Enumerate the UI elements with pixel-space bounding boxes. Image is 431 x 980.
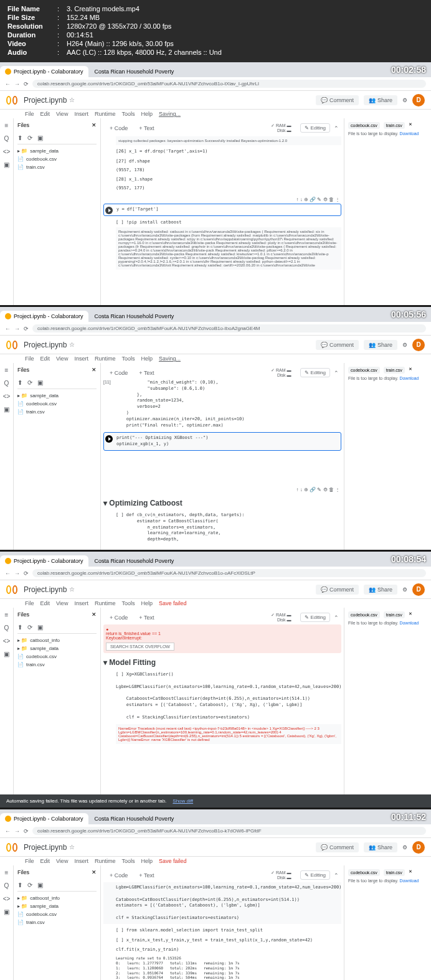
- cell-26[interactable]: [26] x_1 = df.drop('Target',axis=1): [116, 149, 341, 155]
- import-cell[interactable]: [ ] from sklearn.model_selection import …: [116, 928, 341, 934]
- code-icon[interactable]: <>: [3, 148, 11, 155]
- project-title[interactable]: Project.ipynb: [24, 96, 67, 105]
- section-catboost: ▾ Optimizing Catboost: [103, 499, 341, 507]
- nav-controls: ←→⟳: [5, 81, 29, 87]
- optimize-xgb-cell[interactable]: print("--- Optimizing XGBoost ---") opti…: [116, 435, 338, 448]
- menu-runtime[interactable]: Runtime: [95, 111, 116, 117]
- audio-value: AAC (LC) :: 128 kbps, 48000 Hz, 2 channe…: [67, 49, 222, 56]
- tree-sample-data[interactable]: ▸ 📁 sample_data: [17, 147, 97, 155]
- menu-bar: File Edit View Insert Runtime Tools Help…: [0, 110, 431, 118]
- download-link[interactable]: Download: [399, 131, 419, 136]
- save-failed-banner: Automatic saving failed. This file was u…: [0, 794, 431, 808]
- ram-disk-indicator[interactable]: ✓ RAM ▬Disk ▬: [271, 123, 291, 133]
- url-input[interactable]: colab.research.google.com/drive/1rOKGlGD…: [32, 80, 426, 88]
- save-failed-status: Save failed: [159, 600, 187, 606]
- file-info-header: File Name:3. Creating models.mp4 File Si…: [0, 0, 431, 62]
- install-output: stopping collected packages: bayesian-op…: [116, 136, 341, 145]
- share-icon: 👥: [369, 97, 376, 103]
- tab-kaggle[interactable]: Costa Rican Household Poverty: [90, 66, 179, 77]
- training-output: Learning rate set to 0.153526 0: learn: …: [116, 956, 341, 980]
- menu-view[interactable]: View: [56, 111, 68, 117]
- colab-logo: [6, 96, 19, 105]
- reload-icon[interactable]: ⟳: [24, 326, 29, 332]
- tab-colab[interactable]: Project.ipynb - Colaboratory: [0, 66, 88, 77]
- menu-help[interactable]: Help: [141, 111, 153, 117]
- upload-icon[interactable]: ⬆: [17, 134, 22, 141]
- search-icon[interactable]: Q: [4, 135, 9, 142]
- rp-tab-codebook[interactable]: codebook.csv: [348, 122, 380, 129]
- files-label: Files: [17, 122, 29, 128]
- optimizer-code[interactable]: "min_child_weight": (0,10), "subsample":…: [116, 380, 341, 428]
- comment-button[interactable]: 💬 Comment: [316, 340, 359, 350]
- file-size-value: 152.24 MB: [67, 14, 100, 21]
- fit-cell[interactable]: clf.fit(x_train,y_train): [116, 947, 341, 953]
- editing-button[interactable]: ✎Editing: [300, 123, 330, 133]
- comment-button[interactable]: 💬Comment: [316, 95, 359, 105]
- rp-tab-train[interactable]: train.csv: [384, 122, 405, 129]
- browser-tabs: Project.ipynb - Colaboratory Costa Rican…: [0, 62, 431, 77]
- forward-icon[interactable]: →: [14, 81, 20, 87]
- expand-icon[interactable]: ⌃: [334, 125, 339, 131]
- stacking-code[interactable]: Lgbm=LGBMClassifier(n_estimators=100,lea…: [116, 885, 339, 921]
- menu-tools[interactable]: Tools: [121, 111, 135, 117]
- notebook-cells: + Code+ Text ✓ RAM ▬Disk ▬ ✎Editing ⌃ st…: [101, 118, 344, 305]
- folder-icon[interactable]: ▣: [4, 161, 9, 168]
- comment-icon: 💬: [321, 97, 328, 103]
- menu-insert[interactable]: Insert: [74, 111, 88, 117]
- gear-icon[interactable]: ⚙: [402, 97, 407, 103]
- add-code-button[interactable]: + Code: [106, 124, 131, 133]
- tab-colab[interactable]: Project.ipynb - Colaboratory: [0, 311, 88, 322]
- back-icon[interactable]: ←: [5, 326, 11, 332]
- resolution-label: Resolution: [7, 22, 57, 30]
- forward-icon[interactable]: →: [14, 326, 20, 332]
- search-stackoverflow-button[interactable]: SEARCH STACK OVERFLOW: [106, 643, 174, 651]
- frame-1: 00:02:58 Project.ipynb - Colaboratory Co…: [0, 62, 431, 305]
- share-button[interactable]: 👥Share: [364, 95, 397, 105]
- refresh-icon[interactable]: ⟳: [27, 134, 32, 141]
- right-panel: codebook.csvtrain.csv✕ File is too large…: [344, 118, 431, 305]
- tree-codebook[interactable]: 📄 codebook.csv: [17, 155, 97, 163]
- frame-4: 00:11:52 Project.ipynb - ColaboratoryCos…: [0, 809, 431, 980]
- menu-file[interactable]: File: [25, 111, 34, 117]
- traceback-output: NameError Traceback (most recent call la…: [116, 724, 341, 744]
- timestamp-3: 00:08:54: [391, 554, 426, 564]
- file-size-label: File Size: [7, 14, 57, 21]
- colab-icon: [5, 68, 11, 75]
- catboost-def[interactable]: [ ] def cb_cv(n_estimators, depth,data, …: [116, 512, 341, 543]
- gear-icon[interactable]: ⚙: [402, 342, 407, 348]
- pip-cell[interactable]: [ ] !pip install catboost: [116, 220, 341, 226]
- video-value: H264 (Main) :: 1296 kb/s, 30.00 fps: [67, 40, 174, 47]
- pip-output: Requirement already satisfied: catboost …: [116, 227, 341, 270]
- timestamp-1: 00:02:58: [391, 65, 426, 75]
- back-icon[interactable]: ←: [5, 81, 11, 87]
- menu-edit[interactable]: Edit: [40, 111, 50, 117]
- duration-value: 00:14:51: [67, 31, 93, 39]
- frame-3: 00:08:54 Project.ipynb - ColaboratoryCos…: [0, 552, 431, 808]
- close-panel-icon[interactable]: ✕: [409, 122, 412, 129]
- split-cell[interactable]: [ ] x_train,x_test,y_train,y_test = trai…: [116, 938, 341, 944]
- show-diff-link[interactable]: Show diff: [173, 798, 193, 804]
- section-model-fitting: ▾ Model Fitting: [103, 658, 341, 667]
- active-cell[interactable]: y = df['Target']: [103, 204, 341, 216]
- add-text-button[interactable]: + Text: [135, 124, 158, 133]
- url-input[interactable]: colab.research.google.com/drive/1rOKGlGD…: [32, 324, 426, 332]
- avatar[interactable]: D: [412, 94, 425, 106]
- duration-label: Duration: [7, 31, 57, 39]
- cell-28-in[interactable]: [28] x_1.shape: [116, 177, 341, 183]
- error-cell: ● return is_finished.value == 1 Keyboard…: [103, 624, 341, 653]
- star-icon[interactable]: ☆: [69, 97, 75, 103]
- close-icon[interactable]: ✕: [92, 122, 97, 128]
- mount-icon[interactable]: ▣: [37, 134, 43, 141]
- running-icon[interactable]: [105, 435, 113, 443]
- cell-27-in[interactable]: [27] df.shape: [116, 159, 341, 165]
- tree-train[interactable]: 📄 train.csv: [17, 163, 97, 171]
- share-button[interactable]: 👥 Share: [364, 340, 397, 350]
- model-fitting-code[interactable]: [ ] Xg=XGBClassifier() Lgbm=LGBMClassifi…: [116, 672, 341, 720]
- tab-kaggle[interactable]: Costa Rican Household Poverty: [90, 311, 179, 322]
- file-name-value: 3. Creating models.mp4: [67, 5, 140, 12]
- video-label: Video: [7, 40, 57, 47]
- run-icon[interactable]: [105, 207, 113, 214]
- menu-icon[interactable]: ≡: [5, 122, 9, 129]
- file-name-label: File Name: [7, 5, 57, 12]
- reload-icon[interactable]: ⟳: [24, 81, 29, 87]
